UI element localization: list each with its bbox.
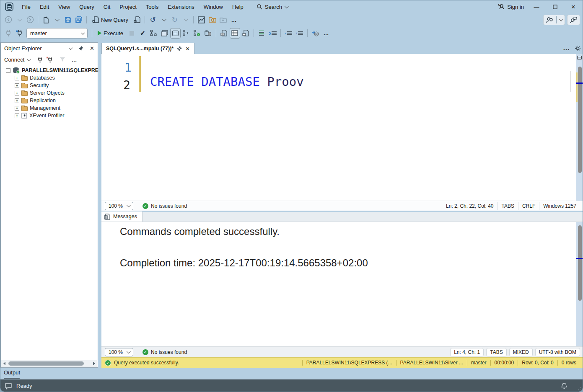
new-file-chevron[interactable] <box>52 15 62 25</box>
navigate-back-icon[interactable] <box>3 15 13 25</box>
hscroll-thumb[interactable] <box>8 361 84 366</box>
messages-health[interactable]: ✓ No issues found <box>143 349 187 355</box>
menu-help[interactable]: Help <box>228 2 248 12</box>
expand-icon[interactable]: + <box>15 76 19 80</box>
oe-disconnect-icon[interactable] <box>46 57 53 63</box>
tree-item-server-objects[interactable]: + Server Objects <box>1 89 98 97</box>
resize-grip[interactable] <box>578 387 582 391</box>
navigate-back-chevron[interactable] <box>14 15 24 25</box>
decrease-indent-icon[interactable]: ‹ <box>283 28 294 39</box>
uncomment-icon[interactable]: ↄ <box>267 28 278 39</box>
tab-pin-icon[interactable] <box>177 46 182 51</box>
new-file-icon[interactable] <box>41 15 51 25</box>
query-options-icon[interactable] <box>159 28 170 39</box>
new-query-button[interactable]: New Query <box>89 14 131 25</box>
save-all-icon[interactable] <box>73 15 84 25</box>
sql-editor[interactable]: 1 2 CREATE DATABASE Proov <box>101 54 583 201</box>
editor-health[interactable]: ✓ No issues found <box>143 203 187 209</box>
scroll-right-icon[interactable] <box>93 362 95 365</box>
menu-git[interactable]: Git <box>99 2 115 12</box>
find-in-files-icon[interactable] <box>207 15 218 25</box>
tabstrip-overflow[interactable]: … <box>563 44 570 52</box>
scroll-left-icon[interactable] <box>3 362 5 365</box>
template-parameters-icon[interactable] <box>310 28 321 39</box>
editor-encoding-indicator[interactable]: Windows 1257 <box>539 202 580 210</box>
expand-icon[interactable]: + <box>15 113 19 118</box>
query-document-tab[interactable]: SQLQuery1.s...mpalu (77))* ✕ <box>101 43 194 54</box>
expand-icon[interactable]: + <box>15 83 19 88</box>
editor-eol-indicator[interactable]: CRLF <box>518 202 539 210</box>
editor-tabs-indicator[interactable]: TABS <box>497 202 518 210</box>
menu-tools[interactable]: Tools <box>141 2 163 12</box>
deploy-icon[interactable] <box>218 15 228 25</box>
parse-icon[interactable]: ✓ <box>137 28 148 39</box>
tab-close-icon[interactable]: ✕ <box>185 46 189 52</box>
tree-item-xevent-profiler[interactable]: + XEvent Profiler <box>1 112 98 119</box>
intellisense-enabled-icon[interactable] <box>170 28 181 39</box>
menu-file[interactable]: File <box>17 2 35 12</box>
estimated-plan-icon[interactable] <box>148 28 159 39</box>
tree-item-management[interactable]: + Management <box>1 104 98 112</box>
save-icon[interactable] <box>62 15 73 25</box>
menu-window[interactable]: Window <box>199 2 228 12</box>
bell-icon[interactable] <box>561 382 567 389</box>
filter-icon[interactable] <box>60 57 65 62</box>
undo-chevron[interactable] <box>158 15 169 25</box>
activity-monitor-icon[interactable] <box>196 15 207 25</box>
expand-icon[interactable]: + <box>15 91 19 95</box>
messages-tabs-indicator[interactable]: TABS <box>486 348 506 356</box>
cancel-query-icon[interactable] <box>127 28 137 39</box>
close-panel-icon[interactable]: ✕ <box>90 45 94 52</box>
gear-icon[interactable] <box>575 45 581 52</box>
split-handle-icon[interactable] <box>577 56 582 59</box>
database-dropdown[interactable]: master <box>26 28 88 39</box>
close-button[interactable]: ✕ <box>564 0 583 13</box>
feedback-button[interactable] <box>567 15 580 25</box>
messages-caret-position[interactable]: Ln: 4, Ch: 1 <box>450 348 484 356</box>
live-query-stats-icon[interactable] <box>192 28 202 39</box>
redo-icon[interactable]: ↻ <box>169 15 180 25</box>
object-explorer-chevron[interactable] <box>69 46 73 50</box>
results-to-grid-icon[interactable] <box>230 28 240 39</box>
navigate-forward-icon[interactable] <box>25 15 35 25</box>
panel-splitter[interactable] <box>98 42 101 368</box>
toolbar1-overflow[interactable]: … <box>229 15 239 25</box>
connect-icon[interactable] <box>3 28 13 39</box>
editor-vscrollbar[interactable] <box>576 54 583 201</box>
menu-view[interactable]: View <box>54 2 75 12</box>
messages-encoding-indicator[interactable]: UTF-8 with BOM <box>535 348 580 356</box>
client-statistics-icon[interactable] <box>203 28 213 39</box>
menu-edit[interactable]: Edit <box>35 2 54 12</box>
messages-eol-indicator[interactable]: MIXED <box>509 348 533 356</box>
open-query-icon[interactable] <box>132 15 142 25</box>
collapse-icon[interactable]: - <box>6 68 10 73</box>
maximize-button[interactable] <box>546 0 564 13</box>
pin-icon[interactable] <box>78 46 84 51</box>
menu-extensions[interactable]: Extensions <box>163 2 199 12</box>
messages-zoom-dropdown[interactable]: 100 % <box>105 348 133 356</box>
connect-dropdown[interactable]: Connect <box>4 57 30 63</box>
messages-vscroll-thumb[interactable] <box>578 225 582 301</box>
output-tab[interactable]: Output <box>4 369 20 376</box>
object-explorer-hscrollbar[interactable] <box>1 360 97 367</box>
menu-query[interactable]: Query <box>75 2 98 12</box>
editor-zoom-dropdown[interactable]: 100 % <box>105 202 133 210</box>
tree-item-server[interactable]: - PARALLELSWIN11\SQLEXPRESS (SQ <box>1 67 98 74</box>
change-connection-icon[interactable] <box>14 28 24 39</box>
comment-icon[interactable] <box>257 28 267 39</box>
results-to-file-icon[interactable] <box>241 28 251 39</box>
tree-item-replication[interactable]: + Replication <box>1 97 98 104</box>
toolbar2-overflow[interactable]: … <box>321 28 332 39</box>
oe-overflow[interactable]: … <box>71 57 77 63</box>
execute-button[interactable]: Execute <box>95 28 126 39</box>
menu-project[interactable]: Project <box>115 2 141 12</box>
messages-panel[interactable]: Commands completed successfully. Complet… <box>101 222 583 346</box>
search-control[interactable]: Search <box>253 2 291 12</box>
messages-tab[interactable]: Messages <box>101 211 143 222</box>
sign-in-button[interactable]: Sign in <box>495 2 527 12</box>
redo-chevron[interactable] <box>180 15 191 25</box>
oe-connect-icon[interactable] <box>37 57 43 63</box>
results-to-text-icon[interactable] <box>219 28 229 39</box>
expand-icon[interactable]: + <box>15 106 19 111</box>
increase-indent-icon[interactable]: › <box>294 28 305 39</box>
